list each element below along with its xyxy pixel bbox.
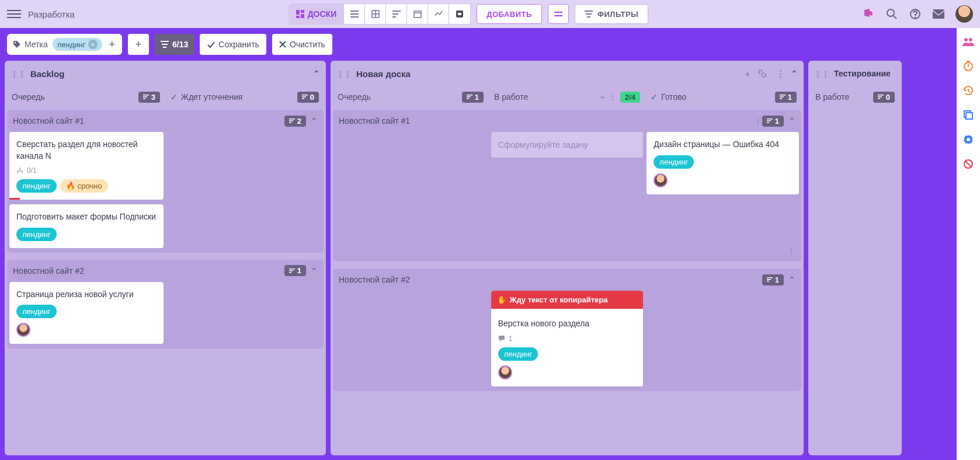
whats-new-icon[interactable] xyxy=(862,8,875,20)
column-header[interactable]: В работе + ⋮ 2/4 xyxy=(492,86,642,107)
add-button[interactable]: ДОБАВИТЬ xyxy=(477,4,542,24)
svg-rect-2 xyxy=(301,14,304,18)
filters-button[interactable]: ФИЛЬТРЫ xyxy=(575,4,648,24)
swimlane-header[interactable]: Новостной сайт #1 2 ⌃ xyxy=(7,110,324,132)
swimlane-header[interactable]: Новостной сайт #2 1 ⌃ xyxy=(7,260,324,282)
help-icon[interactable] xyxy=(909,8,922,20)
view-chart[interactable] xyxy=(428,4,449,24)
task-card[interactable]: Подготовить макет формы Подписки лендинг xyxy=(9,204,164,248)
mail-icon[interactable] xyxy=(932,8,945,20)
column-header[interactable]: В работе 0 xyxy=(813,86,897,107)
drag-icon[interactable]: ⋮⋮ xyxy=(11,69,26,78)
drag-icon[interactable]: ⋮⋮ xyxy=(336,69,352,78)
menu-icon[interactable]: ⋮ xyxy=(754,116,762,126)
board-backlog: ⋮⋮ Backlog ⌃ Очередь 3 ✓ Ждет уточнения … xyxy=(5,61,326,455)
swimlane: Новостной сайт #2 1 ⌃ ✋ Жду текст от коп… xyxy=(333,269,801,391)
copy-icon[interactable] xyxy=(962,109,975,121)
board-header[interactable]: ⋮⋮ Backlog ⌃ xyxy=(5,61,326,86)
menu-icon[interactable] xyxy=(7,7,21,21)
filter-chip[interactable]: Метка лендинг × + xyxy=(7,34,122,55)
filter-tag[interactable]: лендинг × xyxy=(53,38,102,51)
svg-rect-11 xyxy=(392,13,398,15)
view-list[interactable] xyxy=(344,4,365,24)
column-header[interactable]: Очередь 3 xyxy=(9,86,162,107)
view-switcher: ДОСКИ xyxy=(289,4,471,25)
page-title: Разработка xyxy=(28,9,75,19)
column-header[interactable]: Очередь 1 xyxy=(335,86,486,107)
task-card[interactable]: Страница релиза новой услуги лендинг xyxy=(9,282,164,344)
swimlane-header[interactable]: Новостной сайт #1 ⋮ 1 ⌃ xyxy=(333,110,801,132)
new-task-placeholder[interactable]: Сформулируйте задачу xyxy=(491,132,644,158)
settings-icon[interactable] xyxy=(962,133,975,146)
view-table[interactable] xyxy=(365,4,386,24)
view-calendar[interactable] xyxy=(407,4,428,24)
assignee-avatar[interactable] xyxy=(654,173,668,187)
options-button[interactable] xyxy=(548,4,569,24)
svg-rect-52 xyxy=(767,120,771,121)
add-filter-button[interactable]: + xyxy=(128,34,149,55)
add-icon[interactable]: + xyxy=(742,69,753,79)
svg-rect-39 xyxy=(289,119,295,120)
collapse-icon[interactable]: ⌃ xyxy=(311,266,318,276)
svg-rect-45 xyxy=(467,95,472,96)
people-icon[interactable] xyxy=(962,35,975,48)
right-rail xyxy=(957,28,980,460)
filter-count[interactable]: 6/13 xyxy=(155,34,194,55)
assignee-avatar[interactable] xyxy=(498,365,512,379)
history-icon[interactable] xyxy=(962,84,975,97)
columns-header: Очередь 1 В работе + ⋮ 2/4 ✓ Готово xyxy=(331,86,804,107)
task-card[interactable]: Дизайн страницы — Ошибка 404 лендинг xyxy=(647,132,799,194)
svg-rect-0 xyxy=(296,10,300,15)
drag-icon[interactable]: ⋮⋮ xyxy=(814,69,829,78)
collapse-icon[interactable]: ⌃ xyxy=(788,116,795,126)
menu-icon[interactable]: ⋮ xyxy=(609,92,617,102)
swimlane-header[interactable]: Новостной сайт #2 1 ⌃ xyxy=(333,269,801,291)
menu-icon[interactable]: ⋮ xyxy=(787,246,795,256)
menu-icon[interactable]: ⋮ xyxy=(774,68,786,79)
user-avatar[interactable] xyxy=(955,5,973,23)
svg-point-69 xyxy=(967,138,970,141)
add-icon[interactable]: + xyxy=(600,92,605,102)
check-icon: ✓ xyxy=(171,92,178,102)
timer-icon[interactable] xyxy=(962,60,975,72)
add-filter-icon[interactable]: + xyxy=(107,39,118,51)
tag-landing[interactable]: лендинг xyxy=(654,155,694,169)
svg-rect-56 xyxy=(767,281,769,282)
collapse-icon[interactable]: ⌃ xyxy=(788,275,795,284)
assignee-avatar[interactable] xyxy=(16,323,30,337)
collapse-icon[interactable]: ⌃ xyxy=(313,69,320,78)
link-icon[interactable] xyxy=(758,69,770,78)
clear-filter-button[interactable]: Очистить xyxy=(272,34,332,55)
save-filter-button[interactable]: Сохранить xyxy=(200,34,266,55)
search-icon[interactable] xyxy=(885,8,898,20)
tag-landing[interactable]: лендинг xyxy=(16,228,57,241)
filter-label: Метка xyxy=(13,40,48,49)
svg-rect-16 xyxy=(458,13,461,15)
card-blocker-banner: ✋ Жду текст от копирайтера xyxy=(491,291,644,309)
view-boards[interactable]: ДОСКИ xyxy=(289,4,345,24)
column-header[interactable]: ✓ Ждет уточнения 0 xyxy=(168,86,321,107)
collapse-icon[interactable]: ⌃ xyxy=(311,116,318,126)
view-archive[interactable] xyxy=(449,4,470,24)
tag-urgent[interactable]: 🔥срочно xyxy=(60,179,108,193)
board-header[interactable]: ⋮⋮ Тестирование xyxy=(808,61,902,86)
board-header[interactable]: ⋮⋮ Новая доска + ⋮ ⌃ xyxy=(331,61,804,86)
svg-rect-35 xyxy=(143,98,145,99)
svg-rect-43 xyxy=(289,270,293,271)
remove-tag-icon[interactable]: × xyxy=(88,40,98,49)
view-sort[interactable] xyxy=(386,4,407,24)
svg-rect-13 xyxy=(414,11,421,18)
collapse-icon[interactable]: ⌃ xyxy=(791,69,798,78)
block-icon[interactable] xyxy=(962,158,975,170)
swimlane-count: 1 xyxy=(762,116,784,127)
tag-landing[interactable]: лендинг xyxy=(498,347,538,361)
tag-landing[interactable]: лендинг xyxy=(16,305,57,318)
svg-rect-12 xyxy=(392,16,396,18)
task-card[interactable]: ✋ Жду текст от копирайтера Верстка новог… xyxy=(491,291,644,386)
tag-landing[interactable]: лендинг xyxy=(16,179,57,193)
svg-rect-68 xyxy=(966,113,972,119)
svg-rect-53 xyxy=(767,122,769,123)
column-header[interactable]: ✓ Готово 1 xyxy=(648,86,799,107)
svg-rect-30 xyxy=(163,47,166,48)
task-card[interactable]: Сверстать раздел для новостей канала N 0… xyxy=(9,132,164,200)
